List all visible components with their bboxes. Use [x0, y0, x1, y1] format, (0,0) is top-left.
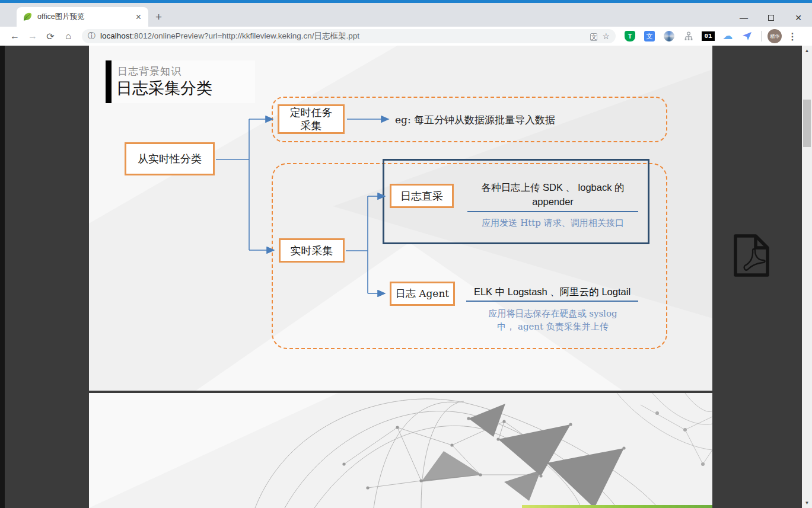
translate-extension-icon[interactable]: 文: [644, 30, 655, 42]
node-root: 从实时性分类: [125, 142, 215, 175]
01-glyph: 01: [702, 31, 715, 41]
direct-underline: [467, 211, 638, 212]
browser-tab[interactable]: office图片预览 ×: [17, 7, 148, 27]
tab-bar: office图片预览 × + — ✕: [0, 3, 812, 27]
slide-title: 日志采集分类: [116, 78, 212, 99]
home-icon[interactable]: ⌂: [59, 31, 77, 41]
tampermonkey-extension-icon[interactable]: T: [624, 30, 636, 42]
bird-extension-icon[interactable]: [741, 30, 753, 42]
bookmark-star-icon[interactable]: ☆: [602, 31, 610, 41]
agent-note-line1: 应用将日志保存在硬盘或 syslog: [464, 307, 642, 320]
cloud-glyph: ☁: [723, 31, 733, 41]
slide-preview-2: [89, 393, 712, 508]
agent-underline: [466, 301, 638, 302]
toolbar-divider: [761, 31, 762, 41]
address-bar[interactable]: ⓘ localhost:8012/onlinePreview?url=http:…: [82, 29, 616, 43]
translate-ext-glyph: 文: [644, 31, 655, 41]
node-realtime-collect: 实时采集: [279, 238, 345, 263]
sitemap-glyph: [684, 31, 693, 41]
node-direct-collect: 日志直采: [390, 184, 454, 208]
agent-note-line2: 中， agent 负责采集并上传: [464, 320, 642, 333]
tampermonkey-glyph: T: [625, 31, 635, 41]
translate-page-icon[interactable]: 文: [590, 31, 597, 41]
tab-close-icon[interactable]: ×: [135, 12, 142, 22]
scrollbar-thumb[interactable]: [803, 100, 811, 147]
node-timed-line1: 定时任务: [290, 106, 333, 119]
tab-title: office图片预览: [37, 12, 135, 22]
direct-collect-note: 应用发送 Http 请求、调用相关接口: [464, 218, 642, 229]
url-text: localhost:8012/onlinePreview?url=http://…: [100, 31, 585, 41]
new-tab-button[interactable]: +: [155, 11, 162, 24]
agent-title: ELK 中 Logstash 、阿里云的 Logtail: [460, 286, 644, 299]
scroll-down-icon[interactable]: ▼: [802, 498, 812, 508]
forward-icon[interactable]: →: [24, 31, 42, 41]
translate-glyph: 文: [590, 33, 597, 41]
node-log-agent: 日志 Agent: [390, 282, 455, 306]
reload-icon[interactable]: ⟳: [42, 31, 59, 42]
minimize-button[interactable]: —: [730, 6, 757, 30]
slide2-green-strip: [522, 505, 712, 508]
node-timed-line2: 采集: [301, 119, 322, 132]
url-path: :8012/onlinePreview?url=http://kkfilevie…: [132, 31, 359, 40]
header-accent-bar: [106, 60, 112, 103]
timed-example-text: eg: 每五分钟从数据源批量导入数据: [395, 113, 555, 127]
maximize-icon: [768, 15, 774, 21]
swirl-extension-icon[interactable]: [663, 30, 675, 42]
scroll-up-icon[interactable]: ▲: [802, 46, 812, 56]
leaf-favicon-icon: [23, 12, 33, 22]
01-extension-icon[interactable]: 01: [702, 30, 714, 42]
url-host: localhost: [100, 31, 132, 40]
slide-subtitle: 日志背景知识: [117, 65, 181, 78]
pdf-download-icon[interactable]: [731, 233, 772, 278]
bird-glyph: [742, 31, 753, 41]
browser-window: office图片预览 × + — ✕ ← → ⟳ ⌂ ⓘ localhost:8…: [0, 0, 812, 508]
left-edge-strip: [0, 46, 5, 508]
extensions-row: T 文 01 ☁: [624, 30, 753, 42]
page-info-icon[interactable]: ⓘ: [88, 31, 95, 41]
node-timed-collect: 定时任务 采集: [278, 104, 345, 134]
profile-avatar[interactable]: 精华: [768, 29, 782, 43]
slide-header: 日志背景知识 日志采集分类: [106, 60, 255, 103]
slide-preview-1: 日志背景知识 日志采集分类: [89, 46, 712, 391]
back-icon[interactable]: ←: [6, 31, 24, 41]
window-controls: — ✕: [730, 6, 812, 30]
swirl-glyph: [664, 31, 674, 41]
page-content: 日志背景知识 日志采集分类: [0, 46, 812, 508]
direct-collect-title: 各种日志上传 SDK 、 logback 的 appender: [464, 180, 642, 209]
browser-menu-icon[interactable]: ⋮: [788, 31, 797, 42]
browser-toolbar: ← → ⟳ ⌂ ⓘ localhost:8012/onlinePreview?u…: [0, 27, 812, 46]
close-button[interactable]: ✕: [785, 6, 812, 30]
sitemap-extension-icon[interactable]: [683, 30, 695, 42]
cloud-extension-icon[interactable]: ☁: [722, 30, 734, 42]
vertical-scrollbar[interactable]: ▲ ▼: [802, 46, 812, 508]
agent-note: 应用将日志保存在硬盘或 syslog 中， agent 负责采集并上传: [464, 307, 642, 333]
maximize-button[interactable]: [757, 6, 785, 30]
